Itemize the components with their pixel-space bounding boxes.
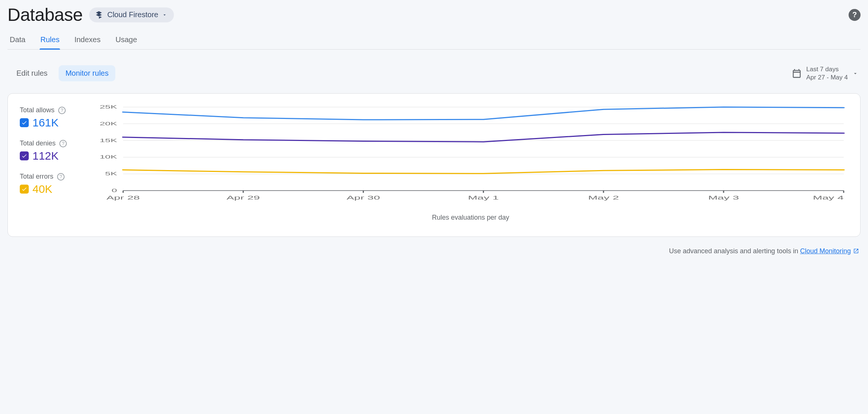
svg-text:5K: 5K — [105, 171, 117, 176]
date-range-picker[interactable]: Last 7 days Apr 27 - May 4 — [791, 65, 859, 81]
primary-tabs: Data Rules Indexes Usage — [7, 35, 861, 50]
legend-allows: Total allows ? 161K — [20, 106, 79, 129]
chevron-down-icon — [852, 70, 858, 76]
chart-x-axis-label: Rules evaluations per day — [93, 214, 848, 222]
svg-text:15K: 15K — [100, 138, 117, 143]
legend-errors-value: 40K — [32, 183, 52, 195]
footer-prefix: Use advanced analysis and alerting tools… — [669, 247, 800, 255]
tab-usage[interactable]: Usage — [115, 35, 138, 49]
page-title: Database — [7, 4, 82, 25]
help-icon[interactable]: ? — [58, 107, 66, 114]
help-button[interactable]: ? — [849, 9, 861, 21]
date-range-value: Apr 27 - May 4 — [806, 73, 848, 81]
subtab-edit-rules[interactable]: Edit rules — [10, 65, 54, 81]
legend-denies-title: Total denies — [20, 139, 56, 147]
legend-denies: Total denies ? 112K — [20, 139, 79, 162]
tab-rules[interactable]: Rules — [40, 35, 60, 49]
legend-allows-checkbox[interactable] — [20, 118, 29, 127]
svg-text:Apr 30: Apr 30 — [347, 194, 380, 201]
database-selector-label: Cloud Firestore — [107, 10, 158, 19]
legend-denies-checkbox[interactable] — [20, 151, 29, 160]
svg-text:10K: 10K — [100, 154, 117, 159]
date-range-preset: Last 7 days — [806, 65, 848, 73]
help-icon: ? — [852, 10, 857, 19]
svg-text:May 2: May 2 — [588, 194, 619, 201]
chart-area: 05K10K15K20K25KApr 28Apr 29Apr 30May 1Ma… — [93, 105, 848, 222]
legend-allows-value: 161K — [32, 116, 59, 129]
legend-errors-title: Total errors — [20, 173, 53, 181]
svg-text:25K: 25K — [100, 105, 117, 110]
cloud-monitoring-link[interactable]: Cloud Monitoring — [800, 247, 851, 255]
legend-errors-checkbox[interactable] — [20, 185, 29, 194]
rules-mode-toggle: Edit rules Monitor rules — [10, 65, 115, 81]
subtab-monitor-rules[interactable]: Monitor rules — [59, 65, 115, 81]
monitor-card: Total allows ? 161K Total denies ? — [7, 93, 861, 237]
svg-text:Apr 29: Apr 29 — [227, 194, 260, 201]
cloud-monitoring-note: Use advanced analysis and alerting tools… — [7, 247, 861, 256]
rules-subbar: Edit rules Monitor rules Last 7 days Apr… — [7, 65, 861, 81]
svg-text:May 1: May 1 — [468, 194, 499, 201]
legend-allows-title: Total allows — [20, 106, 54, 114]
svg-text:Apr 28: Apr 28 — [106, 194, 140, 201]
svg-text:20K: 20K — [100, 121, 117, 126]
tab-indexes[interactable]: Indexes — [74, 35, 101, 49]
calendar-icon — [791, 68, 802, 79]
database-selector[interactable]: Cloud Firestore — [89, 7, 174, 22]
svg-text:May 4: May 4 — [813, 194, 844, 201]
legend-errors: Total errors ? 40K — [20, 173, 79, 195]
firestore-icon — [94, 10, 103, 19]
legend-denies-value: 112K — [32, 150, 59, 162]
external-link-icon — [853, 248, 859, 256]
line-chart: 05K10K15K20K25KApr 28Apr 29Apr 30May 1Ma… — [93, 105, 848, 202]
chevron-down-icon — [162, 12, 167, 18]
svg-text:0: 0 — [112, 188, 117, 193]
header: Database Cloud Firestore ? — [7, 4, 861, 25]
date-range-text: Last 7 days Apr 27 - May 4 — [806, 65, 848, 81]
tab-data[interactable]: Data — [9, 35, 26, 49]
svg-text:May 3: May 3 — [708, 194, 739, 201]
help-icon[interactable]: ? — [59, 140, 67, 147]
help-icon[interactable]: ? — [57, 173, 65, 181]
chart-legend: Total allows ? 161K Total denies ? — [20, 105, 79, 222]
